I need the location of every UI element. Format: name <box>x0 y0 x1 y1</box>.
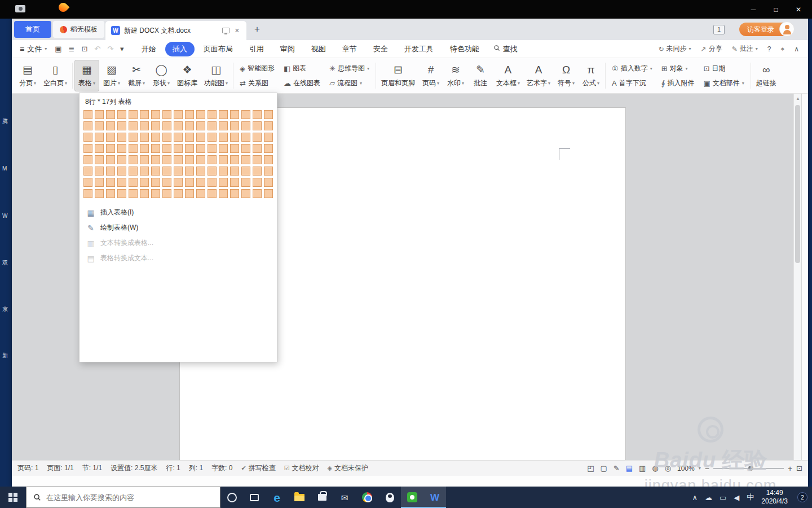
grid-cell[interactable] <box>140 110 149 119</box>
menu-tab-review[interactable]: 审阅 <box>273 42 302 56</box>
file-menu[interactable]: ≡ 文件 ▾ <box>20 44 47 54</box>
page-number-button[interactable]: #页码▾ <box>418 60 443 91</box>
document-tab[interactable]: W 新建 DOCX 文档.docx ✕ <box>105 21 246 40</box>
grid-cell[interactable] <box>106 121 115 130</box>
grid-cell[interactable] <box>219 133 228 142</box>
grid-cell[interactable] <box>264 121 273 130</box>
cortana-button[interactable] <box>220 487 243 508</box>
grid-cell[interactable] <box>253 144 262 153</box>
help-button[interactable]: ? <box>767 45 771 53</box>
date-button[interactable]: ⊡日期 <box>701 62 745 75</box>
page-number-status[interactable]: 页码: 1 <box>17 463 38 473</box>
grid-cell[interactable] <box>219 178 228 187</box>
page-break-button[interactable]: ▤分页▾ <box>15 60 40 91</box>
taskbar-search[interactable] <box>26 487 220 508</box>
insert-table-item[interactable]: ▦插入表格(I) <box>80 205 277 220</box>
grid-cell[interactable] <box>151 144 160 153</box>
grid-cell[interactable] <box>196 110 205 119</box>
text-box-button[interactable]: A文本框▾ <box>493 60 523 91</box>
grid-cell[interactable] <box>241 189 250 198</box>
grid-cell[interactable] <box>151 189 160 198</box>
qq-button[interactable] <box>378 487 401 508</box>
redo-icon[interactable]: ↷ <box>107 45 113 53</box>
column-status[interactable]: 列: 1 <box>189 463 203 473</box>
grid-cell[interactable] <box>95 178 104 187</box>
grid-cell[interactable] <box>264 133 273 142</box>
grid-cell[interactable] <box>83 189 92 198</box>
grid-cell[interactable] <box>129 144 138 153</box>
grid-cell[interactable] <box>208 155 217 164</box>
grid-cell[interactable] <box>162 133 171 142</box>
grid-cell[interactable] <box>83 178 92 187</box>
comment-button[interactable]: ✎批注 <box>468 60 493 91</box>
grid-cell[interactable] <box>185 178 194 187</box>
grid-cell[interactable] <box>174 178 183 187</box>
grid-cell[interactable] <box>174 133 183 142</box>
grid-cell[interactable] <box>196 167 205 176</box>
scrollbar-thumb[interactable] <box>795 105 800 263</box>
menu-tab-section[interactable]: 章节 <box>335 42 364 56</box>
zoom-percent[interactable]: 100% <box>677 465 695 472</box>
docer-template-tab[interactable]: 稻壳模板 <box>53 21 104 38</box>
grid-cell[interactable] <box>129 121 138 130</box>
web-layout-icon[interactable]: ◍ <box>652 464 658 472</box>
grid-cell[interactable] <box>219 121 228 130</box>
flowchart-button[interactable]: ▱流程图▾ <box>328 77 371 90</box>
grid-cell[interactable] <box>106 144 115 153</box>
guest-login-button[interactable]: 访客登录 <box>739 23 791 36</box>
grid-cell[interactable] <box>140 155 149 164</box>
doc-proofing-status[interactable]: ☑文档校对 <box>284 463 319 473</box>
document-parts-button[interactable]: ▣文档部件▾ <box>701 77 745 90</box>
smart-art-button[interactable]: ◈智能图形 <box>238 62 276 75</box>
grid-cell[interactable] <box>83 121 92 130</box>
picture-button[interactable]: ▨图片▾ <box>99 60 124 91</box>
grid-cell[interactable] <box>174 110 183 119</box>
page-count-status[interactable]: 页面: 1/1 <box>47 463 73 473</box>
grid-cell[interactable] <box>208 110 217 119</box>
green-app-button[interactable] <box>401 487 423 508</box>
word-art-button[interactable]: A艺术字▾ <box>523 60 554 91</box>
grid-cell[interactable] <box>196 178 205 187</box>
cloud-icon[interactable]: ☁ <box>705 493 712 502</box>
zoom-slider-thumb[interactable] <box>748 466 753 471</box>
menu-tab-page-layout[interactable]: 页面布局 <box>196 42 240 56</box>
grid-cell[interactable] <box>185 167 194 176</box>
ime-indicator[interactable]: 中 <box>747 492 754 502</box>
minimize-button[interactable]: ─ <box>742 0 765 19</box>
close-button[interactable]: ✕ <box>787 0 810 19</box>
grid-cell[interactable] <box>196 144 205 153</box>
insert-number-button[interactable]: ①插入数字▾ <box>610 62 654 75</box>
shapes-button[interactable]: ◯形状▾ <box>149 60 174 91</box>
grid-cell[interactable] <box>162 110 171 119</box>
edge-button[interactable]: e <box>266 487 288 508</box>
grid-cell[interactable] <box>162 167 171 176</box>
line-status[interactable]: 行: 1 <box>166 463 180 473</box>
grid-cell[interactable] <box>151 133 160 142</box>
display-icon[interactable]: ▭ <box>720 493 726 502</box>
menu-tab-security[interactable]: 安全 <box>366 42 395 56</box>
grid-cell[interactable] <box>241 167 250 176</box>
blank-page-button[interactable]: ▯空白页▾ <box>40 60 70 91</box>
grid-cell[interactable] <box>162 178 171 187</box>
grid-cell[interactable] <box>196 121 205 130</box>
spell-check-status[interactable]: ✔拼写检查 <box>241 463 275 473</box>
grid-cell[interactable] <box>117 121 126 130</box>
grid-cell[interactable] <box>264 178 273 187</box>
grid-cell[interactable] <box>230 110 239 119</box>
grid-cell[interactable] <box>151 121 160 130</box>
function-diagram-button[interactable]: ◫功能图▾ <box>201 60 231 91</box>
grid-cell[interactable] <box>230 167 239 176</box>
grid-cell[interactable] <box>83 144 92 153</box>
grid-cell[interactable] <box>264 155 273 164</box>
grid-cell[interactable] <box>219 189 228 198</box>
grid-cell[interactable] <box>196 155 205 164</box>
share-button[interactable]: ↗ 分享 <box>701 44 722 54</box>
grid-cell[interactable] <box>185 144 194 153</box>
grid-cell[interactable] <box>95 110 104 119</box>
grid-cell[interactable] <box>151 155 160 164</box>
menu-tab-special-features[interactable]: 特色功能 <box>443 42 487 56</box>
grid-cell[interactable] <box>230 178 239 187</box>
zoom-in-button[interactable]: + <box>788 464 792 473</box>
grid-cell[interactable] <box>151 167 160 176</box>
grid-cell[interactable] <box>174 144 183 153</box>
